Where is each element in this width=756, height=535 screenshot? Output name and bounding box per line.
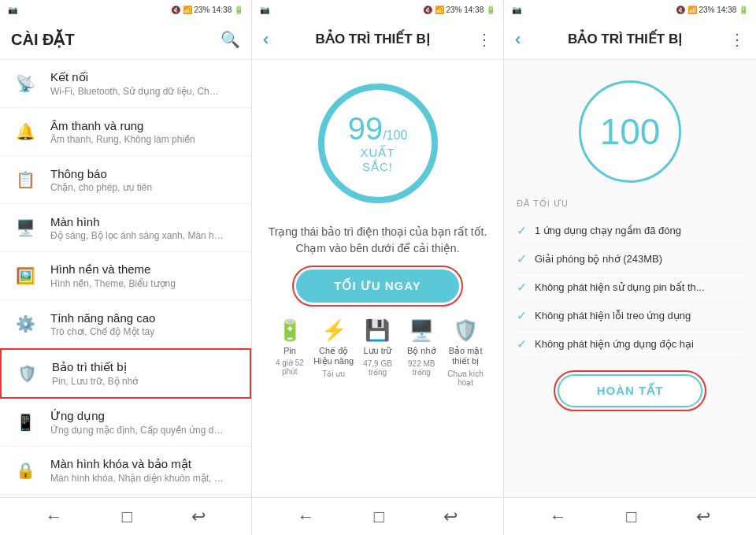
thongbao-desc: Chặn, cho phép, ưu tiên bbox=[50, 182, 224, 193]
baomatthietbi-label: Bảo mật thiết bị bbox=[443, 346, 487, 366]
menu-icon-2[interactable]: ⋮ bbox=[476, 30, 492, 49]
check-icon-4: ✓ bbox=[517, 336, 527, 351]
status2-left: 📷 bbox=[260, 6, 269, 14]
tinhnang-name: Tính năng nâng cao bbox=[50, 311, 240, 325]
bonho-icon: 🖥️ bbox=[409, 318, 434, 343]
ungdung-icon: 📱 bbox=[11, 408, 39, 437]
ungdung-desc: Ứng dụng mặc định, Cấp quyền ứng dụng bbox=[50, 425, 224, 436]
features-row: 🔋 Pin 4 giờ 52 phút ⚡ Chế độ Hiệu năng T… bbox=[265, 318, 491, 387]
status-left-icon: 📷 bbox=[8, 6, 17, 14]
score-label: XUẤT SẮC! bbox=[346, 146, 410, 174]
back-icon-2[interactable]: ‹ bbox=[263, 29, 269, 50]
settings-item-manhinh[interactable]: 🖥️ Màn hình Độ sáng, Bộ lọc ánh sáng xan… bbox=[0, 204, 251, 252]
status2-right: 🔇 📶 23% 14:38 🔋 bbox=[423, 6, 495, 14]
feature-luutru[interactable]: 💾 Lưu trữ 47,9 GB trống bbox=[356, 318, 400, 387]
big-score-container: 100 bbox=[517, 80, 743, 183]
bottom-nav-1: ← □ ↩ bbox=[0, 497, 251, 535]
check-icon-1: ✓ bbox=[517, 251, 527, 266]
baotri-name: Bảo trì thiết bị bbox=[52, 360, 239, 374]
recent-button-2[interactable]: ↩ bbox=[443, 507, 458, 527]
check-text-0: 1 ứng dụng chạy ngầm đã đóng bbox=[535, 225, 681, 236]
check-icon-2: ✓ bbox=[517, 280, 527, 295]
check-icon-0: ✓ bbox=[517, 223, 527, 238]
check-item-2: ✓ Không phát hiện sử dụng pin bất th... bbox=[517, 273, 743, 302]
hieunang-label: Chế độ Hiệu năng bbox=[312, 346, 356, 366]
status-bar-3: 📷 🔇 📶 23% 14:38 🔋 bbox=[504, 0, 756, 19]
settings-item-manhinhkhoa[interactable]: 🔒 Màn hình khóa và bảo mật Màn hình khóa… bbox=[0, 447, 251, 495]
settings-item-ungdung[interactable]: 📱 Ứng dụng Ứng dụng mặc định, Cấp quyền … bbox=[0, 399, 251, 447]
search-icon[interactable]: 🔍 bbox=[220, 30, 240, 49]
luutru-sub: 47,9 GB trống bbox=[356, 359, 400, 377]
settings-item-hinhnnen[interactable]: 🖼️ Hình nền và theme Hình nền, Theme, Bi… bbox=[0, 252, 251, 300]
hinhnnen-icon: 🖼️ bbox=[11, 262, 39, 290]
optimized-label: ĐÃ TỐI ƯU bbox=[517, 199, 743, 209]
manhinh-desc: Độ sáng, Bộ lọc ánh sáng xanh, Màn hình … bbox=[50, 230, 224, 241]
back-button-3[interactable]: ← bbox=[550, 507, 567, 527]
baomatthietbi-sub: Chưa kích hoạt bbox=[443, 370, 487, 387]
back-button-2[interactable]: ← bbox=[298, 507, 315, 527]
maintenance-done-panel: 📷 🔇 📶 23% 14:38 🔋 ‹ BẢO TRÌ THIẾT BỊ ⋮ 1… bbox=[504, 0, 756, 535]
tinhnang-icon: ⚙️ bbox=[11, 310, 39, 338]
settings-item-amthanh[interactable]: 🔔 Âm thanh và rung Âm thanh, Rung, Không… bbox=[0, 108, 251, 156]
settings-list: 📡 Kết nối Wi-Fi, Bluetooth, Sử dụng dữ l… bbox=[0, 60, 251, 497]
amthanh-name: Âm thanh và rung bbox=[50, 119, 240, 132]
check-item-4: ✓ Không phát hiện ứng dụng độc hại bbox=[517, 330, 743, 359]
big-score-circle: 100 bbox=[579, 80, 681, 183]
desc-line2: Chạm vào bên dưới để cải thiện. bbox=[295, 242, 459, 254]
settings-header: CÀI ĐẶT 🔍 bbox=[0, 19, 251, 60]
baomatthietbi-icon: 🛡️ bbox=[453, 318, 478, 343]
bonho-sub: 922 MB trống bbox=[399, 359, 443, 377]
amthanh-desc: Âm thanh, Rung, Không làm phiền bbox=[50, 134, 224, 145]
manhinhkhoa-name: Màn hình khóa và bảo mật bbox=[50, 457, 240, 471]
feature-hieunang[interactable]: ⚡ Chế độ Hiệu năng Tối ưu bbox=[312, 318, 356, 387]
home-button-2[interactable]: □ bbox=[374, 507, 384, 527]
score-circle: 99/100 XUẤT SẮC! bbox=[315, 80, 441, 206]
bonho-label: Bộ nhớ bbox=[407, 346, 436, 356]
maintenance-content: 99/100 XUẤT SẮC! Trạng thái bảo trì điện… bbox=[252, 60, 503, 497]
check-text-1: Giải phóng bộ nhớ (243MB) bbox=[535, 253, 662, 265]
amthanh-icon: 🔔 bbox=[11, 117, 39, 146]
baotri-icon: 🛡️ bbox=[13, 359, 41, 388]
hoanthat-button[interactable]: HOÀN TẤT bbox=[558, 374, 703, 407]
menu-icon-3[interactable]: ⋮ bbox=[729, 30, 745, 49]
hinhnnen-desc: Hình nền, Theme, Biểu tượng bbox=[50, 278, 224, 289]
check-text-4: Không phát hiện ứng dụng độc hại bbox=[535, 338, 694, 350]
manhinh-icon: 🖥️ bbox=[11, 214, 39, 242]
thongbao-icon: 📋 bbox=[11, 165, 39, 194]
settings-item-ketnoui[interactable]: 📡 Kết nối Wi-Fi, Bluetooth, Sử dụng dữ l… bbox=[0, 60, 251, 108]
score-max: /100 bbox=[383, 128, 407, 142]
maintenance-done-content: 100 ĐÃ TỐI ƯU ✓ 1 ứng dụng chạy ngầm đã … bbox=[504, 60, 756, 497]
recent-button-3[interactable]: ↩ bbox=[696, 507, 710, 527]
manhinhkhoa-icon: 🔒 bbox=[11, 456, 39, 485]
check-item-1: ✓ Giải phóng bộ nhớ (243MB) bbox=[517, 245, 743, 273]
baotri-desc: Pin, Lưu trữ, Bộ nhớ bbox=[52, 376, 225, 387]
hinhnnen-name: Hình nền và theme bbox=[50, 262, 240, 277]
home-button-3[interactable]: □ bbox=[626, 507, 636, 527]
home-button-1[interactable]: □ bbox=[122, 507, 132, 527]
maintenance-title-2: BẢO TRÌ THIẾT BỊ bbox=[275, 31, 470, 47]
recent-button-1[interactable]: ↩ bbox=[191, 507, 206, 527]
feature-pin[interactable]: 🔋 Pin 4 giờ 52 phút bbox=[268, 318, 312, 387]
status-bar-2: 📷 🔇 📶 23% 14:38 🔋 bbox=[252, 0, 503, 19]
settings-item-tinhnang[interactable]: ⚙️ Tính năng nâng cao Trò chơi, Chế độ M… bbox=[0, 300, 251, 348]
back-button-1[interactable]: ← bbox=[46, 507, 63, 527]
maintenance-done-title: BẢO TRÌ THIẾT BỊ bbox=[527, 31, 723, 47]
settings-item-baotri[interactable]: 🛡️ Bảo trì thiết bị Pin, Lưu trữ, Bộ nhớ bbox=[0, 348, 251, 399]
pin-sub: 4 giờ 52 phút bbox=[268, 359, 312, 376]
feature-bonho[interactable]: 🖥️ Bộ nhớ 922 MB trống bbox=[399, 318, 443, 387]
feature-baomatthietbi[interactable]: 🛡️ Bảo mật thiết bị Chưa kích hoạt bbox=[443, 318, 487, 387]
maintenance-panel: 📷 🔇 📶 23% 14:38 🔋 ‹ BẢO TRÌ THIẾT BỊ ⋮ 9… bbox=[252, 0, 504, 535]
checks-list: ✓ 1 ứng dụng chạy ngầm đã đóng ✓ Giải ph… bbox=[517, 217, 743, 359]
ketnoui-desc: Wi-Fi, Bluetooth, Sử dụng dữ liệu, Chế đ… bbox=[50, 86, 224, 97]
back-icon-3[interactable]: ‹ bbox=[515, 29, 521, 50]
hieunang-icon: ⚡ bbox=[321, 318, 346, 343]
status-center: 🔇 📶 23% 14:38 🔋 bbox=[171, 6, 243, 14]
optimize-button[interactable]: TỐI ƯU NGAY bbox=[296, 269, 458, 303]
pin-icon: 🔋 bbox=[277, 318, 302, 343]
bottom-nav-2: ← □ ↩ bbox=[252, 497, 503, 535]
ketnoui-name: Kết nối bbox=[50, 70, 240, 84]
manhinhkhoa-desc: Màn hình khóa, Nhận diện khuôn mặt, Vân … bbox=[50, 473, 224, 484]
settings-item-thongbao[interactable]: 📋 Thông báo Chặn, cho phép, ưu tiên bbox=[0, 156, 251, 204]
check-item-0: ✓ 1 ứng dụng chạy ngầm đã đóng bbox=[517, 217, 743, 245]
check-text-3: Không phát hiện lỗi treo ứng dụng bbox=[535, 310, 691, 321]
